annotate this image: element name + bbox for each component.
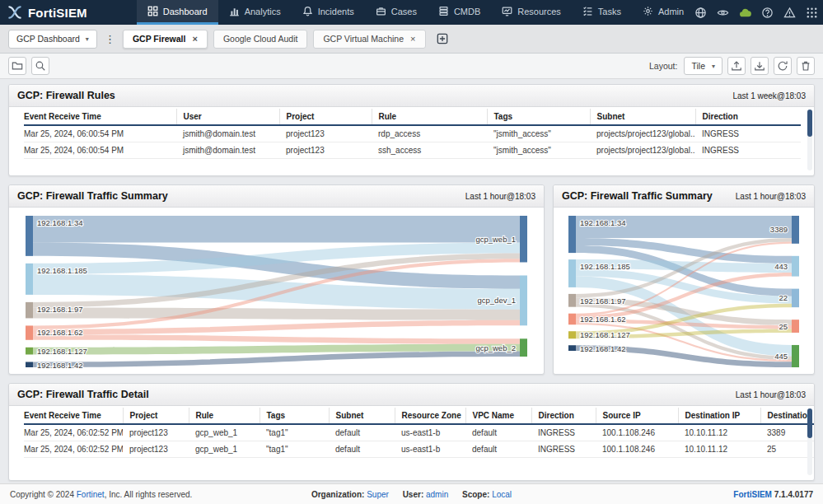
nav-tasks[interactable]: Tasks — [572, 0, 632, 25]
nav-resources[interactable]: Resources — [491, 0, 572, 25]
panel-header: GCP: Firewall Traffic Summary Last 1 hou… — [554, 185, 814, 208]
table-row[interactable]: Mar 25, 2024, 06:02:52 PM project123 gcp… — [24, 441, 814, 458]
tab-gcp-virtual-machine[interactable]: GCP Virtual Machine × — [313, 30, 425, 49]
table-row[interactable]: Mar 25, 2024, 06:00:54 PM jsmith@domain.… — [24, 125, 801, 142]
column-header[interactable]: Direction — [531, 408, 596, 424]
svg-text:192.168.1.97: 192.168.1.97 — [580, 296, 625, 306]
dashboard-content: GCP: Firewall Rules Last 1 week@18:03 Ev… — [0, 79, 823, 481]
rules-table-wrap: Event Receive Time User Project Rule Tag… — [9, 107, 814, 159]
svg-text:gcp_web_2: gcp_web_2 — [475, 343, 516, 352]
dashboard-tabbar: GCP Dashboard ▾ ⋮ GCP Firewall × Google … — [0, 25, 823, 54]
chevron-down-icon: ▾ — [86, 35, 89, 43]
nav-label: Tasks — [598, 7, 621, 16]
column-header[interactable]: Source IP — [596, 408, 678, 424]
column-header[interactable]: Destination Port — [760, 408, 814, 424]
close-icon[interactable]: × — [410, 35, 415, 44]
column-header[interactable]: User — [176, 109, 279, 125]
cell: 100.1.108.246 — [596, 441, 678, 458]
scrollbar[interactable] — [807, 110, 812, 170]
dashboard-selector[interactable]: GCP Dashboard ▾ — [8, 30, 97, 49]
cell: 3389 — [760, 424, 814, 441]
panel-time-range: Last 1 hour@18:03 — [736, 390, 806, 399]
svg-text:gcp_dev_1: gcp_dev_1 — [478, 296, 516, 305]
open-dashboard-button[interactable] — [8, 57, 26, 75]
cell: 10.10.11.12 — [678, 441, 760, 458]
eye-icon[interactable] — [717, 7, 729, 19]
scrollbar[interactable] — [807, 408, 812, 475]
alert-icon[interactable] — [783, 7, 796, 19]
column-header[interactable]: Rule — [372, 109, 487, 125]
cell: gcp_web_1 — [189, 424, 260, 441]
column-header[interactable]: VPC Name — [465, 408, 531, 424]
sankey-row: GCP: Firewall Traffic Summary Last 1 hou… — [8, 184, 815, 375]
cell: INGRESS — [695, 125, 801, 142]
panel-firewall-rules: GCP: Firewall Rules Last 1 week@18:03 Ev… — [8, 84, 815, 176]
nav-incidents[interactable]: Incidents — [292, 0, 365, 25]
server-icon — [438, 6, 449, 16]
cell: jsmith@domain.test — [176, 125, 279, 142]
sankey-chart[interactable]: 192.168.1.34192.168.1.185192.168.1.97192… — [26, 212, 527, 371]
layout-select[interactable]: Tile ▾ — [684, 57, 722, 75]
svg-text:192.168.1.34: 192.168.1.34 — [580, 218, 625, 227]
add-dashboard-button[interactable] — [437, 33, 448, 44]
trash-icon — [800, 60, 811, 72]
kebab-menu-icon[interactable]: ⋮ — [103, 33, 117, 45]
scrollbar-thumb[interactable] — [807, 110, 812, 137]
org-value: Super — [367, 490, 389, 499]
table-row[interactable]: Mar 25, 2024, 06:02:52 PM project123 gcp… — [24, 424, 814, 441]
svg-text:25: 25 — [779, 322, 788, 331]
column-header[interactable]: Subnet — [590, 109, 695, 125]
gear-icon — [643, 6, 653, 16]
column-header[interactable]: Event Receive Time — [24, 109, 176, 125]
svg-text:3389: 3389 — [770, 225, 788, 234]
nav-cmdb[interactable]: CMDB — [428, 0, 491, 25]
export-button[interactable] — [751, 57, 769, 75]
fortinet-link[interactable]: Fortinet — [77, 490, 105, 499]
cloud-icon[interactable] — [739, 7, 751, 19]
nav-cases[interactable]: Cases — [365, 0, 428, 25]
cell: us-east1-b — [395, 441, 465, 458]
globe-icon[interactable] — [694, 7, 707, 19]
analytics-icon — [229, 6, 240, 16]
cell: projects/project123/global... — [590, 125, 695, 142]
column-header[interactable]: Destination IP — [678, 408, 760, 424]
tab-google-cloud-audit[interactable]: Google Cloud Audit — [213, 30, 307, 49]
cell: gcp_web_1 — [189, 441, 260, 458]
nav-analytics[interactable]: Analytics — [218, 0, 292, 25]
cell: Mar 25, 2024, 06:02:52 PM — [24, 424, 123, 441]
cell: Mar 25, 2024, 06:00:54 PM — [24, 142, 176, 159]
cell: us-east1-b — [395, 424, 465, 441]
nav-admin[interactable]: Admin — [632, 0, 694, 25]
cell: INGRESS — [531, 441, 596, 458]
table-row[interactable]: Mar 25, 2024, 06:00:54 PM jsmith@domain.… — [24, 142, 801, 159]
column-header[interactable]: Project — [279, 109, 372, 125]
refresh-button[interactable] — [774, 57, 792, 75]
delete-button[interactable] — [797, 57, 815, 75]
column-header[interactable]: Resource Zone — [395, 408, 465, 424]
import-button[interactable] — [727, 57, 746, 75]
column-header[interactable]: Tags — [260, 408, 329, 424]
tab-label: Google Cloud Audit — [223, 34, 297, 44]
column-header[interactable]: Project — [123, 408, 189, 424]
help-icon[interactable] — [761, 7, 774, 19]
scrollbar-thumb[interactable] — [807, 408, 812, 438]
sankey-chart[interactable]: 192.168.1.34192.168.1.185192.168.1.97192… — [568, 212, 799, 371]
column-header[interactable]: Direction — [695, 109, 801, 125]
column-header[interactable]: Subnet — [329, 408, 395, 424]
panel-traffic-detail: GCP: Firewall Traffic Detail Last 1 hour… — [8, 383, 815, 481]
nav-label: Incidents — [318, 7, 354, 16]
layout-value: Tile — [691, 61, 705, 71]
search-button[interactable] — [31, 57, 49, 75]
column-header[interactable]: Event Receive Time — [24, 408, 123, 424]
close-icon[interactable]: × — [192, 35, 197, 44]
fortisiem-link[interactable]: FortiSIEM — [733, 490, 772, 499]
column-header[interactable]: Tags — [487, 109, 590, 125]
column-header[interactable]: Rule — [189, 408, 260, 424]
apps-icon[interactable] — [806, 7, 818, 19]
tab-label: GCP Firewall — [133, 34, 186, 44]
version-info: FortiSIEM 7.1.4.0177 — [733, 490, 813, 499]
cell: project123 — [123, 424, 189, 441]
tab-gcp-firewall[interactable]: GCP Firewall × — [123, 30, 208, 49]
svg-text:192.168.1.185: 192.168.1.185 — [580, 262, 630, 271]
nav-dashboard[interactable]: Dashboard — [137, 0, 218, 25]
